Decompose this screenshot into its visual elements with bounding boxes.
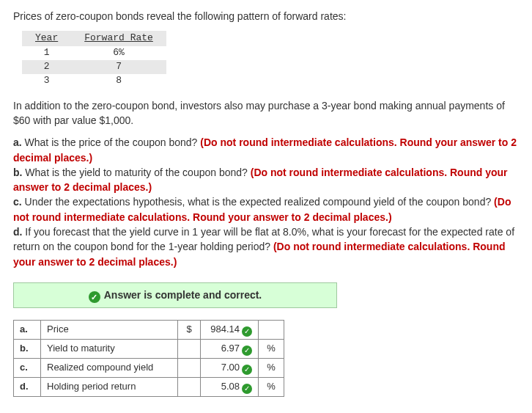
check-icon: ✓ — [242, 384, 252, 394]
fwd-year: 3 — [22, 74, 71, 88]
table-row: 3 8 — [22, 74, 166, 88]
q-a-text: What is the price of the coupon bond? — [22, 136, 201, 148]
ans-value-cell: 5.08✓ — [201, 377, 259, 396]
ans-desc: Price — [41, 320, 178, 339]
q-d-label: d. — [13, 226, 22, 238]
correct-banner: ✓Answer is complete and correct. — [13, 282, 337, 308]
ans-desc: Yield to maturity — [41, 339, 178, 358]
ans-dollar: $ — [178, 320, 201, 339]
table-row: a. Price $ 984.14✓ — [14, 320, 284, 339]
q-a-label: a. — [13, 136, 22, 148]
questions: a. What is the price of the coupon bond?… — [13, 135, 519, 269]
table-row: b. Yield to maturity 6.97✓ % — [14, 339, 284, 358]
ans-dollar — [178, 358, 201, 377]
check-icon: ✓ — [242, 365, 252, 375]
ans-value-cell: 984.14✓ — [201, 320, 259, 339]
ans-value: 6.97 — [221, 343, 240, 354]
ans-unit — [259, 320, 284, 339]
check-icon: ✓ — [242, 326, 252, 337]
table-row: d. Holding period return 5.08✓ % — [14, 377, 284, 396]
check-icon: ✓ — [89, 291, 100, 303]
ans-value: 5.08 — [221, 381, 240, 392]
table-row: 2 7 — [22, 60, 166, 74]
ans-label: a. — [14, 320, 41, 339]
fwd-rate: 6% — [71, 46, 166, 60]
ans-value: 984.14 — [210, 324, 240, 335]
ans-value-cell: 6.97✓ — [201, 339, 259, 358]
table-row: 1 6% — [22, 46, 166, 60]
ans-dollar — [178, 377, 201, 396]
ans-value: 7.00 — [221, 362, 240, 373]
ans-unit: % — [259, 377, 284, 396]
q-b-text: What is the yield to maturity of the cou… — [22, 167, 250, 178]
banner-text: Answer is complete and correct. — [104, 289, 262, 301]
ans-unit: % — [259, 358, 284, 377]
ans-unit: % — [259, 339, 284, 358]
table-row: c. Realized compound yield 7.00✓ % — [14, 358, 284, 377]
ans-label: c. — [14, 358, 41, 377]
fwd-header-year: Year — [22, 31, 71, 46]
check-icon: ✓ — [242, 346, 252, 356]
fwd-rate: 8 — [71, 74, 166, 88]
fwd-header-rate: Forward Rate — [71, 31, 166, 46]
intro2-text: In addition to the zero-coupon bond, inv… — [13, 98, 519, 128]
ans-label: d. — [14, 377, 41, 396]
ans-dollar — [178, 339, 201, 358]
forward-rate-table: Year Forward Rate 1 6% 2 7 3 8 — [22, 31, 166, 87]
answer-table: a. Price $ 984.14✓ b. Yield to maturity … — [13, 320, 284, 397]
fwd-year: 1 — [22, 46, 71, 60]
fwd-rate: 7 — [71, 60, 166, 74]
q-c-label: c. — [13, 196, 22, 208]
ans-desc: Holding period return — [41, 377, 178, 396]
fwd-year: 2 — [22, 60, 71, 74]
ans-label: b. — [14, 339, 41, 358]
ans-desc: Realized compound yield — [41, 358, 178, 377]
q-b-label: b. — [13, 167, 22, 178]
q-c-text: Under the expectations hypothesis, what … — [22, 196, 494, 208]
intro-text: Prices of zero-coupon bonds reveal the f… — [13, 9, 519, 23]
ans-value-cell: 7.00✓ — [201, 358, 259, 377]
